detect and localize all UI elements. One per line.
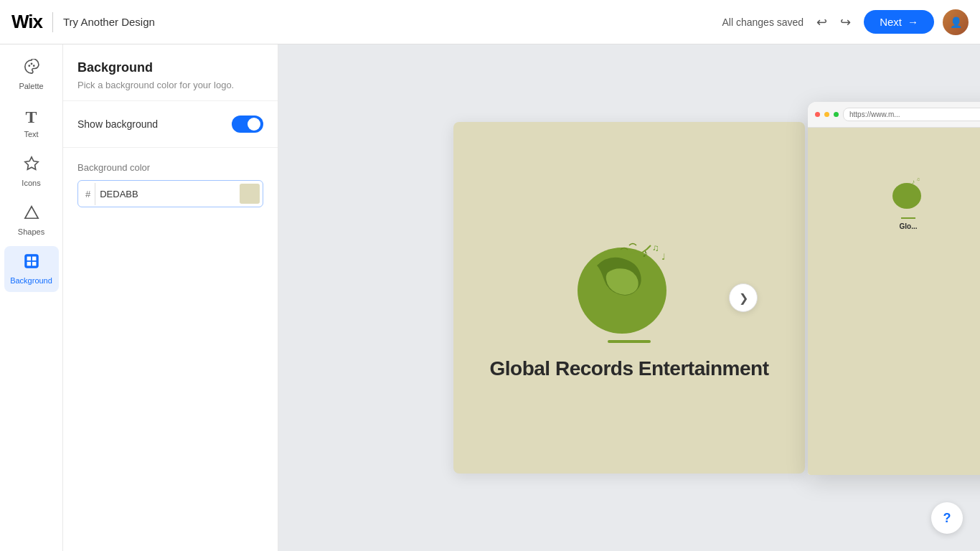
icon-sidebar: Palette T Text Icons Shapes <box>0 44 63 551</box>
icons-icon <box>24 156 39 176</box>
background-icon <box>24 253 39 273</box>
show-background-toggle[interactable] <box>232 116 263 133</box>
text-icon: T <box>25 108 37 127</box>
palette-label: Palette <box>19 82 43 90</box>
browser-mockup: https://www.m... ♪ ♫ Glo... <box>808 102 980 475</box>
svg-text:♫: ♫ <box>652 242 659 253</box>
svg-point-1 <box>32 65 34 67</box>
browser-underline <box>901 217 915 219</box>
svg-text:♫: ♫ <box>916 176 920 182</box>
browser-min-dot <box>824 112 829 117</box>
svg-marker-3 <box>24 157 37 169</box>
svg-rect-6 <box>32 257 35 261</box>
help-button[interactable]: ? <box>931 502 963 534</box>
wix-logo: Wix <box>11 11 42 33</box>
panel-subtitle: Pick a background color for your logo. <box>77 80 263 90</box>
browser-logo-text: Glo... <box>887 222 930 230</box>
text-label: Text <box>24 130 38 138</box>
canvas-area: ♪ ♫ ♩ Global Records Entertainment https… <box>278 44 980 551</box>
svg-point-13 <box>892 183 921 209</box>
show-background-label: Show background <box>77 118 158 130</box>
sidebar-item-icons[interactable]: Icons <box>4 149 59 194</box>
svg-text:♩: ♩ <box>661 252 666 262</box>
browser-max-dot <box>834 112 839 117</box>
undo-redo-group: ↩ ↪ <box>812 11 855 33</box>
svg-text:♪: ♪ <box>642 247 648 259</box>
background-label: Background <box>10 276 52 285</box>
svg-rect-7 <box>27 262 31 266</box>
next-arrow-icon: → <box>908 16 918 28</box>
header-divider <box>52 12 53 32</box>
panel-header: Background Pick a background color for y… <box>63 44 278 101</box>
bg-color-label: Background color <box>77 162 263 173</box>
icons-label: Icons <box>22 179 40 187</box>
svg-rect-5 <box>27 257 31 261</box>
bg-color-section: Background color # <box>63 148 278 222</box>
shapes-label: Shapes <box>18 227 44 236</box>
undo-button[interactable]: ↩ <box>812 11 831 33</box>
sidebar-item-text[interactable]: T Text <box>4 100 59 146</box>
changes-saved-text: All changes saved <box>722 17 804 28</box>
chevron-right-icon: ❯ <box>739 291 748 305</box>
header: Wix Try Another Design All changes saved… <box>0 0 980 44</box>
browser-content: ♪ ♫ Glo... <box>808 128 980 475</box>
color-value-input[interactable] <box>95 183 237 205</box>
logo-graphic: ♪ ♫ ♩ <box>557 215 701 337</box>
background-panel: Background Pick a background color for y… <box>63 44 278 551</box>
question-mark-icon: ? <box>943 511 951 526</box>
hash-icon: # <box>78 183 95 205</box>
carousel-next-arrow[interactable]: ❯ <box>729 283 758 312</box>
svg-text:♪: ♪ <box>912 179 915 185</box>
redo-button[interactable]: ↪ <box>836 11 855 33</box>
palette-icon <box>24 59 39 79</box>
company-name: Global Records Entertainment <box>490 357 769 380</box>
svg-point-2 <box>30 63 32 65</box>
sidebar-item-shapes[interactable]: Shapes <box>4 197 59 243</box>
browser-bar: https://www.m... <box>808 102 980 128</box>
main-layout: Palette T Text Icons Shapes <box>0 44 980 551</box>
color-swatch[interactable] <box>240 184 260 204</box>
browser-close-dot <box>815 112 820 117</box>
svg-rect-8 <box>32 262 35 266</box>
svg-point-0 <box>28 65 30 67</box>
show-background-row: Show background <box>77 116 263 133</box>
header-right: All changes saved ↩ ↪ Next → 👤 <box>722 9 969 35</box>
browser-url: https://www.m... <box>843 108 980 121</box>
show-background-section: Show background <box>63 101 278 148</box>
next-label: Next <box>880 16 902 28</box>
color-input-row: # <box>77 180 263 207</box>
sidebar-item-palette[interactable]: Palette <box>4 52 59 98</box>
toggle-slider <box>232 116 263 133</box>
shapes-icon <box>24 204 39 225</box>
avatar[interactable]: 👤 <box>943 9 969 35</box>
logo-underline <box>608 340 651 343</box>
sidebar-item-background[interactable]: Background <box>4 246 59 292</box>
panel-title: Background <box>77 60 263 75</box>
header-title: Try Another Design <box>63 16 155 28</box>
next-button[interactable]: Next → <box>864 10 934 34</box>
logo-svg: ♪ ♫ ♩ <box>557 215 701 337</box>
